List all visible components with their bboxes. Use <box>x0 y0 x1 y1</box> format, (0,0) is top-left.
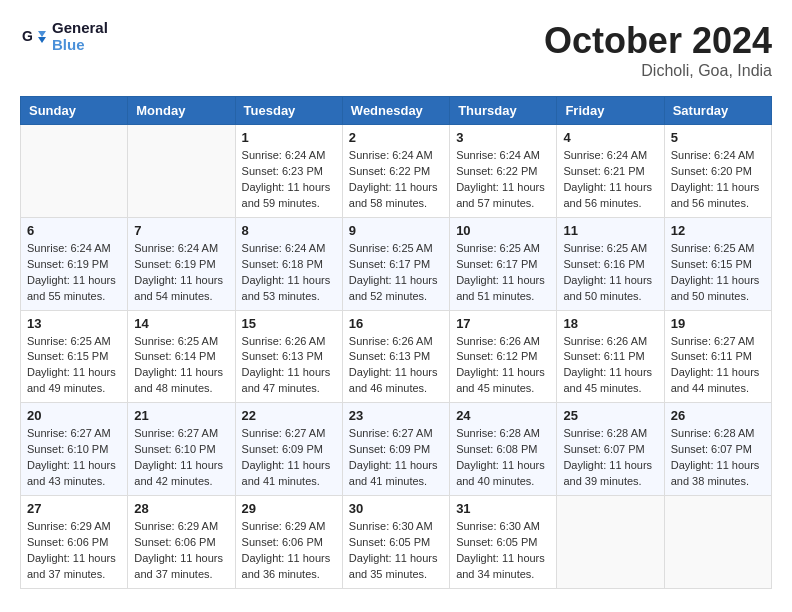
location: Dicholi, Goa, India <box>544 62 772 80</box>
calendar-day-cell: 25Sunrise: 6:28 AM Sunset: 6:07 PM Dayli… <box>557 403 664 496</box>
column-header-thursday: Thursday <box>450 97 557 125</box>
calendar-day-cell: 6Sunrise: 6:24 AM Sunset: 6:19 PM Daylig… <box>21 217 128 310</box>
day-info: Sunrise: 6:24 AM Sunset: 6:19 PM Dayligh… <box>134 241 228 305</box>
title-block: October 2024 Dicholi, Goa, India <box>544 20 772 80</box>
day-number: 29 <box>242 501 336 516</box>
day-info: Sunrise: 6:27 AM Sunset: 6:09 PM Dayligh… <box>242 426 336 490</box>
calendar-day-cell: 13Sunrise: 6:25 AM Sunset: 6:15 PM Dayli… <box>21 310 128 403</box>
calendar-day-cell: 28Sunrise: 6:29 AM Sunset: 6:06 PM Dayli… <box>128 496 235 589</box>
day-number: 22 <box>242 408 336 423</box>
calendar-day-cell: 29Sunrise: 6:29 AM Sunset: 6:06 PM Dayli… <box>235 496 342 589</box>
calendar-day-cell: 21Sunrise: 6:27 AM Sunset: 6:10 PM Dayli… <box>128 403 235 496</box>
day-info: Sunrise: 6:25 AM Sunset: 6:17 PM Dayligh… <box>349 241 443 305</box>
calendar-day-cell: 11Sunrise: 6:25 AM Sunset: 6:16 PM Dayli… <box>557 217 664 310</box>
day-info: Sunrise: 6:25 AM Sunset: 6:15 PM Dayligh… <box>27 334 121 398</box>
day-info: Sunrise: 6:29 AM Sunset: 6:06 PM Dayligh… <box>134 519 228 583</box>
calendar-day-cell: 30Sunrise: 6:30 AM Sunset: 6:05 PM Dayli… <box>342 496 449 589</box>
day-number: 11 <box>563 223 657 238</box>
day-number: 8 <box>242 223 336 238</box>
calendar-week-row: 13Sunrise: 6:25 AM Sunset: 6:15 PM Dayli… <box>21 310 772 403</box>
svg-marker-2 <box>38 37 46 43</box>
day-number: 18 <box>563 316 657 331</box>
day-number: 6 <box>27 223 121 238</box>
calendar-day-cell: 17Sunrise: 6:26 AM Sunset: 6:12 PM Dayli… <box>450 310 557 403</box>
calendar-day-cell: 3Sunrise: 6:24 AM Sunset: 6:22 PM Daylig… <box>450 125 557 218</box>
day-number: 13 <box>27 316 121 331</box>
calendar-day-cell: 18Sunrise: 6:26 AM Sunset: 6:11 PM Dayli… <box>557 310 664 403</box>
day-number: 28 <box>134 501 228 516</box>
day-info: Sunrise: 6:30 AM Sunset: 6:05 PM Dayligh… <box>456 519 550 583</box>
day-number: 24 <box>456 408 550 423</box>
day-number: 16 <box>349 316 443 331</box>
day-number: 9 <box>349 223 443 238</box>
day-number: 26 <box>671 408 765 423</box>
day-info: Sunrise: 6:25 AM Sunset: 6:15 PM Dayligh… <box>671 241 765 305</box>
calendar-day-cell <box>128 125 235 218</box>
day-number: 27 <box>27 501 121 516</box>
calendar-day-cell: 24Sunrise: 6:28 AM Sunset: 6:08 PM Dayli… <box>450 403 557 496</box>
day-info: Sunrise: 6:29 AM Sunset: 6:06 PM Dayligh… <box>242 519 336 583</box>
calendar-day-cell: 8Sunrise: 6:24 AM Sunset: 6:18 PM Daylig… <box>235 217 342 310</box>
calendar-day-cell: 15Sunrise: 6:26 AM Sunset: 6:13 PM Dayli… <box>235 310 342 403</box>
logo: G General Blue <box>20 20 108 53</box>
day-number: 1 <box>242 130 336 145</box>
calendar-week-row: 27Sunrise: 6:29 AM Sunset: 6:06 PM Dayli… <box>21 496 772 589</box>
day-number: 15 <box>242 316 336 331</box>
day-number: 10 <box>456 223 550 238</box>
day-info: Sunrise: 6:28 AM Sunset: 6:07 PM Dayligh… <box>671 426 765 490</box>
day-info: Sunrise: 6:24 AM Sunset: 6:20 PM Dayligh… <box>671 148 765 212</box>
day-info: Sunrise: 6:25 AM Sunset: 6:14 PM Dayligh… <box>134 334 228 398</box>
page-header: G General Blue October 2024 Dicholi, Goa… <box>20 20 772 80</box>
column-header-saturday: Saturday <box>664 97 771 125</box>
day-info: Sunrise: 6:26 AM Sunset: 6:12 PM Dayligh… <box>456 334 550 398</box>
calendar-day-cell <box>21 125 128 218</box>
day-info: Sunrise: 6:30 AM Sunset: 6:05 PM Dayligh… <box>349 519 443 583</box>
day-number: 20 <box>27 408 121 423</box>
day-number: 30 <box>349 501 443 516</box>
day-number: 2 <box>349 130 443 145</box>
column-header-tuesday: Tuesday <box>235 97 342 125</box>
day-number: 31 <box>456 501 550 516</box>
calendar-week-row: 1Sunrise: 6:24 AM Sunset: 6:23 PM Daylig… <box>21 125 772 218</box>
calendar-day-cell: 27Sunrise: 6:29 AM Sunset: 6:06 PM Dayli… <box>21 496 128 589</box>
day-info: Sunrise: 6:27 AM Sunset: 6:10 PM Dayligh… <box>27 426 121 490</box>
calendar-week-row: 6Sunrise: 6:24 AM Sunset: 6:19 PM Daylig… <box>21 217 772 310</box>
day-info: Sunrise: 6:28 AM Sunset: 6:08 PM Dayligh… <box>456 426 550 490</box>
calendar-day-cell: 5Sunrise: 6:24 AM Sunset: 6:20 PM Daylig… <box>664 125 771 218</box>
day-info: Sunrise: 6:24 AM Sunset: 6:22 PM Dayligh… <box>349 148 443 212</box>
day-number: 23 <box>349 408 443 423</box>
svg-marker-1 <box>38 31 46 37</box>
svg-text:G: G <box>22 28 33 44</box>
calendar-day-cell: 26Sunrise: 6:28 AM Sunset: 6:07 PM Dayli… <box>664 403 771 496</box>
day-info: Sunrise: 6:26 AM Sunset: 6:13 PM Dayligh… <box>349 334 443 398</box>
day-info: Sunrise: 6:28 AM Sunset: 6:07 PM Dayligh… <box>563 426 657 490</box>
day-info: Sunrise: 6:27 AM Sunset: 6:11 PM Dayligh… <box>671 334 765 398</box>
calendar-day-cell: 19Sunrise: 6:27 AM Sunset: 6:11 PM Dayli… <box>664 310 771 403</box>
day-info: Sunrise: 6:26 AM Sunset: 6:11 PM Dayligh… <box>563 334 657 398</box>
day-info: Sunrise: 6:24 AM Sunset: 6:23 PM Dayligh… <box>242 148 336 212</box>
day-number: 14 <box>134 316 228 331</box>
day-info: Sunrise: 6:25 AM Sunset: 6:16 PM Dayligh… <box>563 241 657 305</box>
day-info: Sunrise: 6:24 AM Sunset: 6:19 PM Dayligh… <box>27 241 121 305</box>
day-number: 19 <box>671 316 765 331</box>
calendar-day-cell: 1Sunrise: 6:24 AM Sunset: 6:23 PM Daylig… <box>235 125 342 218</box>
day-number: 4 <box>563 130 657 145</box>
calendar-day-cell: 16Sunrise: 6:26 AM Sunset: 6:13 PM Dayli… <box>342 310 449 403</box>
day-info: Sunrise: 6:29 AM Sunset: 6:06 PM Dayligh… <box>27 519 121 583</box>
day-info: Sunrise: 6:24 AM Sunset: 6:22 PM Dayligh… <box>456 148 550 212</box>
calendar-table: SundayMondayTuesdayWednesdayThursdayFrid… <box>20 96 772 589</box>
column-header-monday: Monday <box>128 97 235 125</box>
calendar-day-cell <box>557 496 664 589</box>
calendar-day-cell: 31Sunrise: 6:30 AM Sunset: 6:05 PM Dayli… <box>450 496 557 589</box>
calendar-day-cell: 14Sunrise: 6:25 AM Sunset: 6:14 PM Dayli… <box>128 310 235 403</box>
calendar-day-cell: 9Sunrise: 6:25 AM Sunset: 6:17 PM Daylig… <box>342 217 449 310</box>
calendar-day-cell: 2Sunrise: 6:24 AM Sunset: 6:22 PM Daylig… <box>342 125 449 218</box>
calendar-day-cell: 10Sunrise: 6:25 AM Sunset: 6:17 PM Dayli… <box>450 217 557 310</box>
day-info: Sunrise: 6:27 AM Sunset: 6:09 PM Dayligh… <box>349 426 443 490</box>
column-header-sunday: Sunday <box>21 97 128 125</box>
day-info: Sunrise: 6:26 AM Sunset: 6:13 PM Dayligh… <box>242 334 336 398</box>
calendar-day-cell <box>664 496 771 589</box>
day-number: 5 <box>671 130 765 145</box>
day-number: 17 <box>456 316 550 331</box>
logo-text: General Blue <box>52 20 108 53</box>
